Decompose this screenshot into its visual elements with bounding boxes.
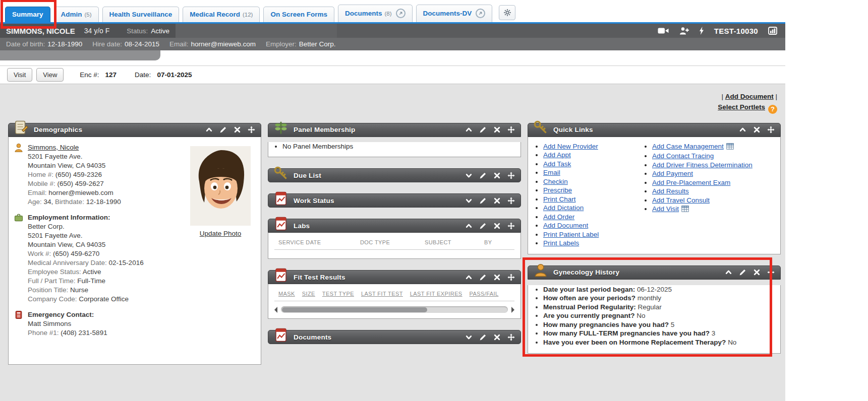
tab-on-screen-forms[interactable]: On Screen Forms [263, 7, 334, 22]
quick-link-print-chart[interactable]: Print Chart [543, 195, 576, 203]
close-icon[interactable] [753, 269, 761, 276]
move-icon[interactable] [507, 172, 515, 179]
lightning-bolt-icon[interactable] [699, 27, 704, 35]
quick-link-add-visit[interactable]: Add Visit [652, 205, 679, 213]
move-icon[interactable] [507, 333, 515, 341]
edit-icon[interactable] [479, 222, 487, 230]
column-header[interactable]: SIZE [302, 291, 315, 297]
quick-link-add-travel-consult[interactable]: Add Travel Consult [652, 196, 710, 204]
tab-medical-record[interactable]: Medical Record (12) [183, 7, 260, 22]
scrollbar-thumb[interactable] [282, 307, 427, 312]
close-icon[interactable] [493, 222, 501, 230]
employer-value: Better Corp. [299, 40, 336, 48]
email-label: Email: [169, 40, 189, 48]
email-line: Email: horner@mieweb.com [28, 188, 121, 197]
expand-icon[interactable] [465, 197, 473, 205]
move-icon[interactable] [507, 274, 515, 281]
edit-icon[interactable] [739, 269, 746, 276]
quick-link-add-dictation[interactable]: Add Dictation [543, 204, 584, 212]
close-icon[interactable] [493, 274, 501, 281]
select-portlets-link[interactable]: Select Portlets [718, 103, 765, 111]
portlet-controls [465, 333, 515, 341]
collapse-icon[interactable] [465, 126, 473, 133]
quick-link-email[interactable]: Email [543, 169, 560, 176]
tab-settings-button[interactable] [499, 5, 515, 20]
help-icon[interactable]: ? [768, 105, 777, 114]
tab-documents[interactable]: Documents (8) [338, 5, 413, 22]
quick-link-checkin[interactable]: Checkin [543, 178, 568, 185]
quick-link-add-driver-fitness-determination[interactable]: Add Driver Fitness Determination [652, 161, 753, 169]
open-new-window-icon[interactable] [396, 9, 406, 18]
quick-link-add-pre-placement-exam[interactable]: Add Pre-Placement Exam [652, 179, 730, 186]
add-person-icon[interactable] [679, 27, 689, 35]
column-header[interactable]: MASK [278, 291, 295, 297]
add-document-link[interactable]: Add Document [725, 93, 774, 100]
quick-link-add-results[interactable]: Add Results [652, 187, 689, 195]
demographics-text: Simmons, Nicole 5201 Fayette Ave. Mounta… [14, 143, 186, 358]
edit-icon[interactable] [479, 333, 487, 341]
quick-link-add-contact-tracing[interactable]: Add Contact Tracing [652, 152, 714, 160]
edit-icon[interactable] [479, 274, 487, 281]
move-icon[interactable] [507, 197, 515, 205]
expand-icon[interactable] [465, 333, 473, 341]
video-camera-icon[interactable] [658, 27, 669, 34]
patient-name: SIMMONS, NICOLE [6, 27, 75, 35]
quick-link-add-document[interactable]: Add Document [543, 222, 588, 229]
close-icon[interactable] [493, 333, 501, 341]
column-header[interactable]: LAST FIT TEST [361, 291, 403, 297]
scroll-right-arrow[interactable] [511, 307, 514, 313]
quick-link-print-labels[interactable]: Print Labels [543, 239, 579, 247]
collapse-icon[interactable] [465, 222, 473, 230]
move-icon[interactable] [507, 126, 515, 133]
quick-link-add-order[interactable]: Add Order [543, 213, 574, 221]
collapse-icon[interactable] [465, 274, 473, 281]
gyn-history-item: How many pregnancies have you had? 5 [543, 320, 780, 329]
quick-link-add-task[interactable]: Add Task [543, 160, 571, 168]
tab-health-surveillance[interactable]: Health Surveillance [102, 7, 180, 22]
close-icon[interactable] [493, 197, 501, 205]
view-button[interactable]: View [36, 68, 64, 82]
edit-icon[interactable] [479, 172, 487, 179]
close-icon[interactable] [493, 126, 501, 133]
edit-icon[interactable] [479, 197, 487, 205]
edit-icon[interactable] [479, 126, 487, 133]
update-photo-link[interactable]: Update Photo [200, 230, 242, 237]
quick-link-add-new-provider[interactable]: Add New Provider [543, 143, 598, 150]
gynecology-body: Date your last period began: 06-12-2025 … [528, 285, 781, 354]
quick-link-print-patient-label[interactable]: Print Patient Label [543, 231, 599, 238]
section-heading: Employment Information: [28, 213, 144, 222]
expand-icon[interactable] [465, 172, 473, 179]
quick-link-prescribe[interactable]: Prescribe [543, 186, 572, 194]
gyn-history-item: Date your last period began: 06-12-2025 [543, 285, 780, 294]
collapse-icon[interactable] [739, 126, 746, 133]
gynecology-wrap: Gynecology History Date your last period… [528, 265, 781, 354]
collapse-icon[interactable] [205, 126, 213, 133]
quick-link-add-appt[interactable]: Add Appt [543, 151, 571, 159]
collapse-icon[interactable] [725, 269, 732, 276]
list-item: Add Results [652, 187, 753, 196]
close-icon[interactable] [234, 126, 241, 133]
tab-summary[interactable]: Summary [5, 7, 50, 22]
move-icon[interactable] [767, 126, 775, 133]
patient-name-link[interactable]: Simmons, Nicole [28, 144, 79, 151]
move-icon[interactable] [507, 222, 515, 230]
quick-link-add-payment[interactable]: Add Payment [652, 170, 693, 177]
bar-chart-icon[interactable] [768, 27, 777, 35]
edit-icon[interactable] [219, 126, 227, 133]
move-icon[interactable] [248, 126, 255, 133]
move-icon[interactable] [767, 269, 775, 276]
quick-link-add-case-management[interactable]: Add Case Management [652, 143, 724, 150]
tab-documents-dv[interactable]: Documents-DV [416, 5, 493, 22]
scroll-left-arrow[interactable] [274, 307, 277, 313]
close-icon[interactable] [753, 126, 761, 133]
open-new-window-icon[interactable] [476, 9, 485, 18]
column-header[interactable]: PASS/FAIL [470, 291, 499, 297]
visit-button[interactable]: Visit [7, 68, 32, 82]
column-header[interactable]: TEST TYPE [322, 291, 354, 297]
column-header[interactable]: LAST FIT EXPIRES [410, 291, 462, 297]
close-icon[interactable] [493, 172, 501, 179]
panel-membership-header: Panel Membership [268, 123, 521, 137]
scrollbar-track[interactable] [281, 306, 508, 313]
tab-admin[interactable]: Admin (5) [54, 7, 99, 22]
dob-label: Date of birth: [6, 40, 45, 48]
